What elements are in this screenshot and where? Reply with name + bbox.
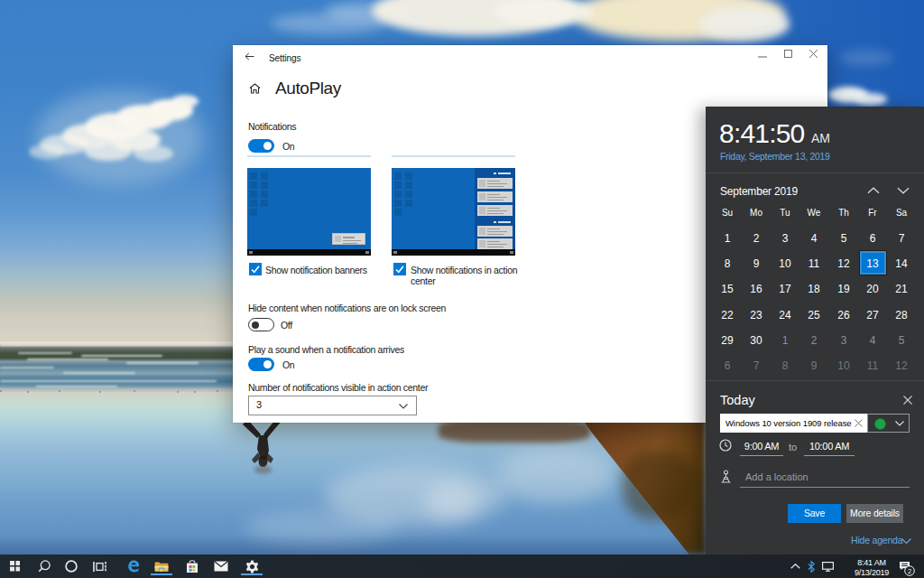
svg-text:2: 2 (908, 567, 911, 575)
